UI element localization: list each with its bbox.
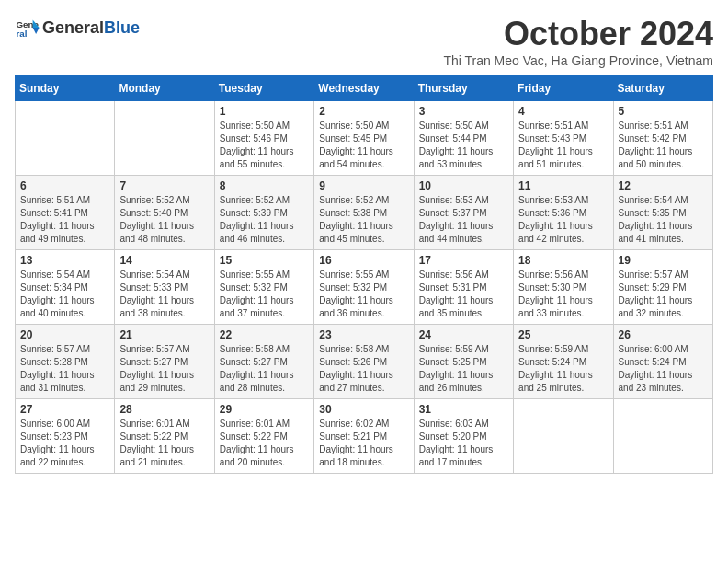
calendar-cell: 30Sunrise: 6:02 AM Sunset: 5:21 PM Dayli… — [314, 399, 414, 474]
day-info: Sunrise: 5:58 AM Sunset: 5:27 PM Dayligh… — [220, 343, 309, 395]
page-header: Gene ral GeneralBlue October 2024 Thi Tr… — [15, 15, 713, 68]
calendar-cell: 7Sunrise: 5:52 AM Sunset: 5:40 PM Daylig… — [115, 176, 214, 250]
calendar-cell: 1Sunrise: 5:50 AM Sunset: 5:46 PM Daylig… — [214, 101, 313, 176]
calendar-cell — [514, 399, 613, 474]
day-info: Sunrise: 6:02 AM Sunset: 5:21 PM Dayligh… — [319, 418, 408, 469]
calendar-cell: 22Sunrise: 5:58 AM Sunset: 5:27 PM Dayli… — [214, 325, 313, 399]
calendar-cell: 10Sunrise: 5:53 AM Sunset: 5:37 PM Dayli… — [414, 176, 513, 250]
calendar-cell: 29Sunrise: 6:01 AM Sunset: 5:22 PM Dayli… — [214, 399, 313, 474]
calendar-cell — [115, 101, 214, 176]
day-info: Sunrise: 5:54 AM Sunset: 5:34 PM Dayligh… — [20, 269, 109, 320]
day-info: Sunrise: 5:56 AM Sunset: 5:31 PM Dayligh… — [419, 269, 508, 320]
day-info: Sunrise: 5:54 AM Sunset: 5:33 PM Dayligh… — [119, 269, 209, 320]
day-number: 7 — [119, 179, 209, 192]
calendar-cell: 28Sunrise: 6:01 AM Sunset: 5:22 PM Dayli… — [115, 399, 214, 474]
day-info: Sunrise: 5:53 AM Sunset: 5:37 PM Dayligh… — [419, 194, 508, 246]
calendar-week-row: 20Sunrise: 5:57 AM Sunset: 5:28 PM Dayli… — [16, 325, 713, 399]
calendar-cell: 25Sunrise: 5:59 AM Sunset: 5:24 PM Dayli… — [514, 325, 613, 399]
calendar-week-row: 6Sunrise: 5:51 AM Sunset: 5:41 PM Daylig… — [16, 176, 713, 250]
day-info: Sunrise: 5:50 AM Sunset: 5:44 PM Dayligh… — [419, 120, 508, 171]
weekday-header-row: SundayMondayTuesdayWednesdayThursdayFrid… — [16, 76, 713, 101]
day-number: 17 — [419, 254, 508, 267]
weekday-header: Thursday — [414, 76, 513, 101]
calendar-cell: 27Sunrise: 6:00 AM Sunset: 5:23 PM Dayli… — [16, 399, 115, 474]
day-number: 25 — [518, 328, 608, 341]
calendar-week-row: 1Sunrise: 5:50 AM Sunset: 5:46 PM Daylig… — [16, 101, 713, 176]
calendar-cell: 14Sunrise: 5:54 AM Sunset: 5:33 PM Dayli… — [115, 250, 214, 325]
svg-marker-3 — [33, 28, 40, 34]
day-info: Sunrise: 6:01 AM Sunset: 5:22 PM Dayligh… — [119, 418, 209, 469]
day-info: Sunrise: 5:58 AM Sunset: 5:26 PM Dayligh… — [319, 343, 408, 395]
day-info: Sunrise: 5:53 AM Sunset: 5:36 PM Dayligh… — [518, 194, 608, 246]
calendar-cell: 8Sunrise: 5:52 AM Sunset: 5:39 PM Daylig… — [214, 176, 313, 250]
day-info: Sunrise: 6:00 AM Sunset: 5:24 PM Dayligh… — [619, 343, 708, 395]
day-number: 11 — [518, 179, 608, 192]
calendar-table: SundayMondayTuesdayWednesdayThursdayFrid… — [15, 75, 713, 474]
day-number: 18 — [518, 254, 608, 267]
day-info: Sunrise: 5:51 AM Sunset: 5:41 PM Dayligh… — [20, 194, 109, 246]
day-number: 16 — [319, 254, 408, 267]
svg-text:ral: ral — [16, 29, 27, 39]
day-info: Sunrise: 5:59 AM Sunset: 5:25 PM Dayligh… — [419, 343, 508, 395]
day-info: Sunrise: 5:55 AM Sunset: 5:32 PM Dayligh… — [220, 269, 309, 320]
day-info: Sunrise: 5:57 AM Sunset: 5:27 PM Dayligh… — [119, 343, 209, 395]
calendar-cell: 3Sunrise: 5:50 AM Sunset: 5:44 PM Daylig… — [414, 101, 513, 176]
day-info: Sunrise: 5:57 AM Sunset: 5:29 PM Dayligh… — [619, 269, 708, 320]
day-info: Sunrise: 5:51 AM Sunset: 5:42 PM Dayligh… — [619, 120, 708, 171]
day-number: 20 — [20, 328, 109, 341]
weekday-header: Sunday — [16, 76, 115, 101]
calendar-cell: 21Sunrise: 5:57 AM Sunset: 5:27 PM Dayli… — [115, 325, 214, 399]
day-info: Sunrise: 6:01 AM Sunset: 5:22 PM Dayligh… — [220, 418, 309, 469]
day-number: 9 — [319, 179, 408, 192]
calendar-cell: 2Sunrise: 5:50 AM Sunset: 5:45 PM Daylig… — [314, 101, 414, 176]
calendar-cell: 20Sunrise: 5:57 AM Sunset: 5:28 PM Dayli… — [16, 325, 115, 399]
day-number: 22 — [220, 328, 309, 341]
calendar-cell: 13Sunrise: 5:54 AM Sunset: 5:34 PM Dayli… — [16, 250, 115, 325]
day-info: Sunrise: 5:56 AM Sunset: 5:30 PM Dayligh… — [518, 269, 608, 320]
day-number: 29 — [220, 403, 309, 416]
calendar-cell — [613, 399, 712, 474]
day-info: Sunrise: 5:50 AM Sunset: 5:45 PM Dayligh… — [319, 120, 408, 171]
day-info: Sunrise: 6:03 AM Sunset: 5:20 PM Dayligh… — [419, 418, 508, 469]
day-info: Sunrise: 5:57 AM Sunset: 5:28 PM Dayligh… — [20, 343, 109, 395]
day-number: 4 — [518, 105, 608, 118]
day-number: 31 — [419, 403, 508, 416]
calendar-cell: 6Sunrise: 5:51 AM Sunset: 5:41 PM Daylig… — [16, 176, 115, 250]
weekday-header: Wednesday — [314, 76, 414, 101]
calendar-week-row: 13Sunrise: 5:54 AM Sunset: 5:34 PM Dayli… — [16, 250, 713, 325]
location-subtitle: Thi Tran Meo Vac, Ha Giang Province, Vie… — [443, 53, 713, 68]
day-info: Sunrise: 5:52 AM Sunset: 5:39 PM Dayligh… — [220, 194, 309, 246]
day-info: Sunrise: 5:52 AM Sunset: 5:38 PM Dayligh… — [319, 194, 408, 246]
day-number: 27 — [20, 403, 109, 416]
day-number: 8 — [220, 179, 309, 192]
day-info: Sunrise: 5:59 AM Sunset: 5:24 PM Dayligh… — [518, 343, 608, 395]
logo-icon: Gene ral — [15, 15, 40, 40]
calendar-cell: 16Sunrise: 5:55 AM Sunset: 5:32 PM Dayli… — [314, 250, 414, 325]
day-info: Sunrise: 5:55 AM Sunset: 5:32 PM Dayligh… — [319, 269, 408, 320]
day-info: Sunrise: 5:50 AM Sunset: 5:46 PM Dayligh… — [220, 120, 309, 171]
weekday-header: Tuesday — [214, 76, 313, 101]
day-number: 5 — [619, 105, 708, 118]
day-info: Sunrise: 6:00 AM Sunset: 5:23 PM Dayligh… — [20, 418, 109, 469]
day-number: 24 — [419, 328, 508, 341]
calendar-cell: 31Sunrise: 6:03 AM Sunset: 5:20 PM Dayli… — [414, 399, 513, 474]
day-number: 3 — [419, 105, 508, 118]
calendar-cell: 19Sunrise: 5:57 AM Sunset: 5:29 PM Dayli… — [613, 250, 712, 325]
day-number: 1 — [220, 105, 309, 118]
calendar-cell: 17Sunrise: 5:56 AM Sunset: 5:31 PM Dayli… — [414, 250, 513, 325]
calendar-cell: 24Sunrise: 5:59 AM Sunset: 5:25 PM Dayli… — [414, 325, 513, 399]
day-number: 19 — [619, 254, 708, 267]
day-number: 28 — [119, 403, 209, 416]
weekday-header: Monday — [115, 76, 214, 101]
logo: Gene ral GeneralBlue — [15, 15, 140, 40]
weekday-header: Friday — [514, 76, 613, 101]
day-number: 26 — [619, 328, 708, 341]
day-number: 30 — [319, 403, 408, 416]
day-number: 2 — [319, 105, 408, 118]
day-number: 15 — [220, 254, 309, 267]
day-number: 14 — [119, 254, 209, 267]
weekday-header: Saturday — [613, 76, 712, 101]
day-number: 13 — [20, 254, 109, 267]
day-number: 10 — [419, 179, 508, 192]
month-title: October 2024 — [443, 15, 713, 53]
